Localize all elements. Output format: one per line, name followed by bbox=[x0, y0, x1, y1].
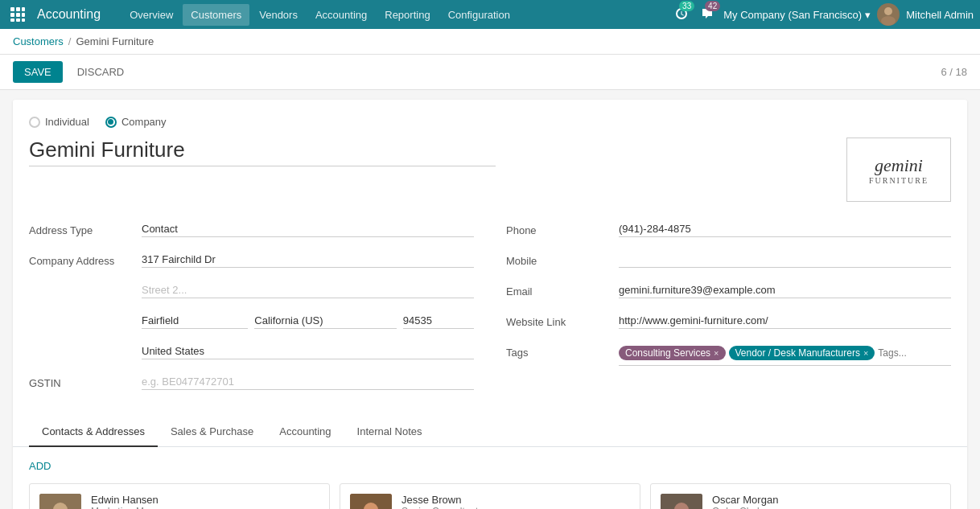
contact-title-0: Marketing Manager bbox=[91, 506, 319, 509]
website-row: Website Link bbox=[506, 313, 951, 335]
city-state-zip: California (US) bbox=[142, 313, 474, 329]
nav-vendors[interactable]: Vendors bbox=[251, 4, 306, 26]
contact-info-0: Edwin Hansen Marketing Manager edwin.han… bbox=[91, 494, 319, 509]
street2-input[interactable] bbox=[142, 282, 474, 298]
discard-button[interactable]: DISCARD bbox=[69, 61, 133, 83]
company-name: My Company (San Francisco) bbox=[723, 9, 862, 21]
company-address-row: Company Address bbox=[29, 252, 474, 274]
top-navigation: Accounting Overview Customers Vendors Ac… bbox=[0, 0, 980, 29]
logo-text-gemini: gemini bbox=[875, 155, 923, 176]
email-label: Email bbox=[506, 282, 619, 298]
city-input[interactable] bbox=[142, 313, 248, 329]
contact-card-1[interactable]: Jesse Brown Senior Consultant jesse.brow… bbox=[340, 483, 640, 509]
tag-consulting[interactable]: Consulting Services × bbox=[619, 346, 726, 360]
nav-right: 33 42 My Company (San Francisco) ▾ Mitch… bbox=[672, 3, 974, 26]
save-button[interactable]: SAVE bbox=[13, 61, 63, 83]
company-option[interactable]: Company bbox=[105, 116, 167, 128]
logo-text-furniture: Furniture bbox=[869, 176, 929, 185]
contact-avatar-img-0 bbox=[39, 494, 81, 509]
nav-customers[interactable]: Customers bbox=[183, 4, 249, 26]
user-avatar[interactable] bbox=[877, 3, 900, 26]
app-grid-icon[interactable] bbox=[6, 3, 29, 26]
nav-reporting[interactable]: Reporting bbox=[377, 4, 438, 26]
activity-badge: 33 bbox=[679, 1, 694, 11]
tag-vendor[interactable]: Vendor / Desk Manufacturers × bbox=[729, 346, 875, 360]
svg-rect-3 bbox=[10, 13, 14, 17]
phone-value bbox=[619, 221, 951, 237]
nav-links: Overview Customers Vendors Accounting Re… bbox=[121, 4, 672, 26]
country-select[interactable]: United States bbox=[142, 343, 474, 359]
tab-internal-notes[interactable]: Internal Notes bbox=[344, 417, 435, 447]
chat-badge: 42 bbox=[705, 1, 720, 11]
svg-rect-4 bbox=[16, 13, 20, 17]
address-type-select[interactable]: Contact bbox=[142, 221, 474, 237]
company-name-input[interactable] bbox=[29, 138, 496, 166]
address-type-row: Address Type Contact bbox=[29, 221, 474, 244]
breadcrumb-parent[interactable]: Customers bbox=[13, 35, 64, 47]
contacts-grid: Edwin Hansen Marketing Manager edwin.han… bbox=[29, 483, 951, 509]
nav-overview[interactable]: Overview bbox=[121, 4, 181, 26]
company-selector[interactable]: My Company (San Francisco) ▾ bbox=[723, 9, 871, 21]
contact-name-1: Jesse Brown bbox=[401, 494, 630, 506]
contact-avatar-2 bbox=[661, 494, 702, 509]
contact-info-1: Jesse Brown Senior Consultant jesse.brow… bbox=[401, 494, 630, 509]
svg-rect-7 bbox=[16, 18, 20, 22]
contact-card-2[interactable]: Oscar Morgan Order Clerk oscar.morgan11@… bbox=[650, 483, 951, 509]
chat-icon[interactable]: 42 bbox=[698, 4, 717, 26]
form-section-right: Phone Mobile Email Website bbox=[506, 221, 951, 404]
gstin-label: GSTIN bbox=[29, 374, 142, 389]
country-row: United States bbox=[29, 343, 474, 366]
individual-label: Individual bbox=[45, 116, 89, 128]
city-label-empty bbox=[29, 313, 142, 316]
gstin-input[interactable] bbox=[142, 374, 474, 390]
gstin-row: GSTIN bbox=[29, 374, 474, 396]
address-type-label: Address Type bbox=[29, 221, 142, 236]
company-address-input[interactable] bbox=[142, 252, 474, 268]
nav-configuration[interactable]: Configuration bbox=[440, 4, 518, 26]
nav-accounting[interactable]: Accounting bbox=[307, 4, 375, 26]
mobile-input[interactable] bbox=[619, 252, 951, 268]
tag-consulting-remove[interactable]: × bbox=[714, 348, 719, 358]
activity-icon[interactable]: 33 bbox=[672, 4, 691, 26]
mobile-row: Mobile bbox=[506, 252, 951, 274]
company-dropdown-icon: ▾ bbox=[865, 9, 871, 21]
individual-radio[interactable] bbox=[29, 117, 40, 128]
tab-sales-purchase[interactable]: Sales & Purchase bbox=[158, 417, 266, 447]
tab-accounting[interactable]: Accounting bbox=[266, 417, 344, 447]
website-input[interactable] bbox=[619, 313, 951, 329]
zip-input[interactable] bbox=[403, 313, 474, 329]
state-select[interactable]: California (US) bbox=[254, 313, 396, 329]
city-state-zip-row: California (US) bbox=[29, 313, 474, 335]
tags-input[interactable] bbox=[878, 347, 926, 359]
company-label: Company bbox=[121, 116, 167, 128]
phone-input[interactable] bbox=[619, 221, 951, 237]
mobile-label: Mobile bbox=[506, 252, 619, 267]
website-label: Website Link bbox=[506, 313, 619, 328]
company-radio[interactable] bbox=[105, 117, 117, 128]
breadcrumb-separator: / bbox=[68, 35, 72, 47]
tabs-bar: Contacts & Addresses Sales & Purchase Ac… bbox=[13, 417, 967, 447]
individual-option[interactable]: Individual bbox=[29, 116, 89, 128]
tab-contacts-addresses[interactable]: Contacts & Addresses bbox=[29, 417, 158, 447]
tags-label: Tags bbox=[506, 343, 619, 359]
email-input[interactable] bbox=[619, 282, 951, 298]
contact-card-0[interactable]: Edwin Hansen Marketing Manager edwin.han… bbox=[29, 483, 330, 509]
svg-rect-5 bbox=[22, 13, 25, 17]
mobile-value bbox=[619, 252, 951, 268]
tag-consulting-label: Consulting Services bbox=[625, 347, 710, 359]
street2-row bbox=[29, 282, 474, 305]
contact-title-1: Senior Consultant bbox=[401, 506, 630, 509]
svg-rect-2 bbox=[22, 7, 25, 11]
breadcrumb-current: Gemini Furniture bbox=[76, 35, 154, 47]
tag-vendor-remove[interactable]: × bbox=[863, 348, 868, 358]
svg-point-10 bbox=[881, 16, 896, 26]
contact-avatar-img-1 bbox=[350, 494, 392, 509]
email-value bbox=[619, 282, 951, 298]
street2-value bbox=[142, 282, 474, 298]
company-logo: gemini Furniture bbox=[846, 138, 951, 202]
street2-label bbox=[29, 282, 142, 285]
contact-info-2: Oscar Morgan Order Clerk oscar.morgan11@… bbox=[712, 494, 941, 509]
type-selector: Individual Company bbox=[29, 116, 951, 128]
contact-avatar-0 bbox=[39, 494, 81, 509]
add-contact-button[interactable]: ADD bbox=[29, 460, 51, 472]
